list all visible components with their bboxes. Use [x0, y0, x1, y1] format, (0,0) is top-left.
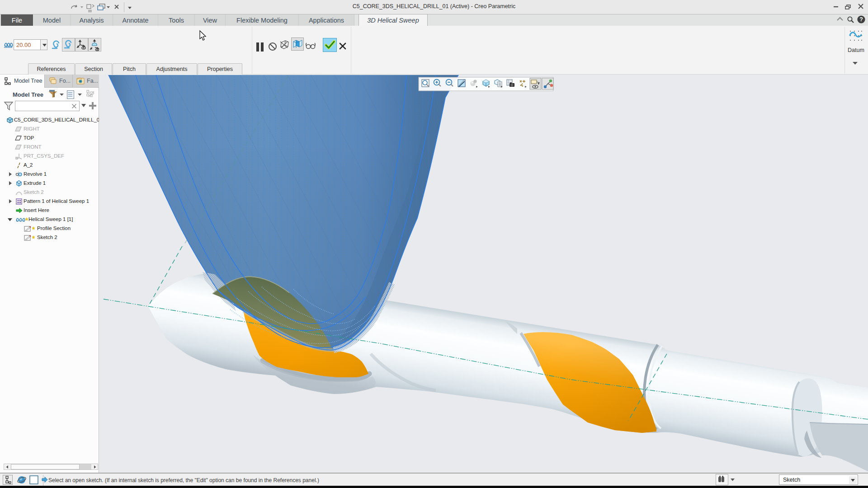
- svg-text:?: ?: [859, 16, 863, 23]
